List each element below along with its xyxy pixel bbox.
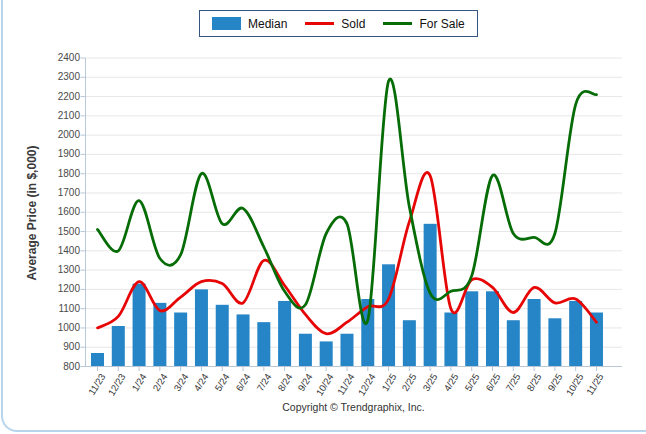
bar-median — [465, 291, 478, 366]
bar-median — [548, 318, 561, 366]
chart-plot-area — [0, 0, 646, 434]
bar-median — [486, 291, 499, 366]
bar-median — [528, 299, 541, 366]
bar-median — [320, 341, 333, 366]
bar-median — [91, 353, 104, 366]
bar-median — [153, 303, 166, 367]
bar-median — [340, 334, 353, 367]
bar-median — [195, 289, 208, 366]
bar-median — [112, 326, 125, 366]
bar-median — [507, 320, 520, 366]
sold-line — [98, 173, 597, 334]
chart-page: Median Sold For Sale Average Price (in $… — [0, 0, 646, 434]
bar-median — [569, 301, 582, 367]
bar-median — [216, 305, 229, 367]
bar-median — [444, 313, 457, 367]
bar-median — [257, 322, 270, 366]
bar-median — [174, 313, 187, 367]
bar-median — [403, 320, 416, 366]
bar-median — [299, 334, 312, 367]
bar-median — [278, 301, 291, 367]
bar-median — [382, 264, 395, 366]
bar-median — [133, 284, 146, 367]
bar-median — [237, 314, 250, 366]
